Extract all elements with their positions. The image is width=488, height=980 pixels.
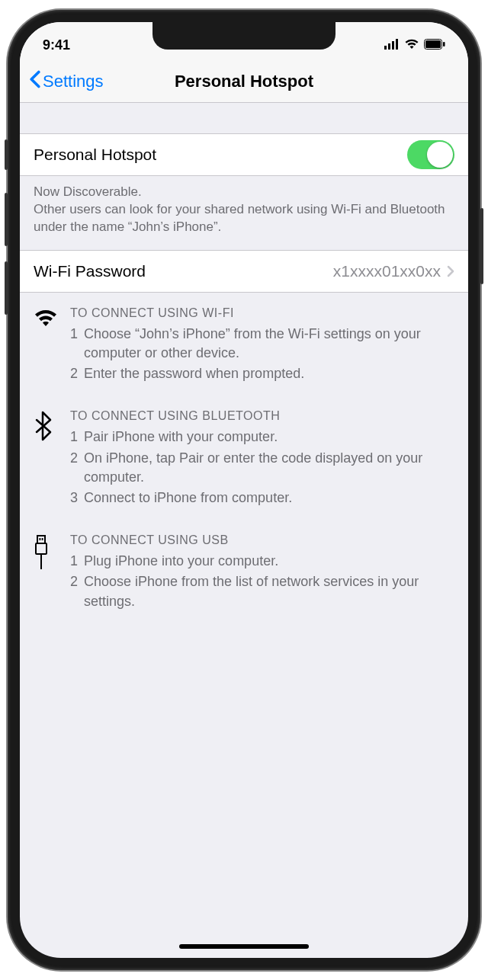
instruction-step: 2Choose iPhone from the list of network … [70,572,454,610]
svg-rect-7 [37,536,45,543]
bluetooth-instructions-title: TO CONNECT USING BLUETOOTH [70,409,454,423]
instruction-step: 1Pair iPhone with your computer. [70,428,454,447]
svg-rect-5 [425,40,441,48]
status-time: 9:41 [43,30,119,53]
bluetooth-instructions: TO CONNECT USING BLUETOOTH 1Pair iPhone … [20,396,468,520]
wifi-password-row[interactable]: Wi-Fi Password x1xxxx01xx0xx [20,250,468,293]
instruction-step: 2On iPhone, tap Pair or enter the code d… [70,449,454,487]
hotspot-toggle-row[interactable]: Personal Hotspot [20,133,468,176]
volume-down-button [5,261,8,315]
footer-line1: Now Discoverable. [34,184,454,201]
svg-rect-8 [40,538,41,540]
hotspot-toggle-switch[interactable] [407,140,454,169]
navigation-bar: Settings Personal Hotspot [20,60,468,103]
content-area: Personal Hotspot Now Discoverable. Other… [20,103,468,623]
instruction-step: 1Choose “John’s iPhone” from the Wi-Fi s… [70,325,454,363]
device-notch [152,22,336,50]
section-spacer [20,103,468,133]
instruction-step: 1Plug iPhone into your computer. [70,552,454,571]
instruction-step: 2Enter the password when prompted. [70,364,454,383]
usb-icon [34,533,70,613]
wifi-password-label: Wi-Fi Password [34,262,333,280]
wifi-instructions-body: TO CONNECT USING WI-FI 1Choose “John’s i… [70,306,454,386]
wifi-icon [34,306,70,386]
usb-instructions-title: TO CONNECT USING USB [70,533,454,547]
wifi-password-value: x1xxxx01xx0xx [333,262,441,280]
instruction-step: 3Connect to iPhone from computer. [70,488,454,508]
svg-rect-3 [396,39,398,50]
back-button[interactable]: Settings [20,70,104,93]
usb-instructions: TO CONNECT USING USB 1Plug iPhone into y… [20,520,468,623]
power-button [480,208,483,284]
footer-line2: Other users can look for your shared net… [34,201,454,236]
back-label: Settings [43,72,104,91]
svg-rect-0 [384,46,387,50]
mute-switch [5,139,8,170]
wifi-instructions-title: TO CONNECT USING WI-FI [70,306,454,320]
hotspot-footer: Now Discoverable. Other users can look f… [20,176,468,250]
svg-rect-9 [42,538,43,540]
usb-instructions-body: TO CONNECT USING USB 1Plug iPhone into y… [70,533,454,613]
svg-rect-6 [443,42,445,46]
cellular-signal-icon [384,37,400,53]
hotspot-toggle-label: Personal Hotspot [34,146,407,164]
bluetooth-instructions-body: TO CONNECT USING BLUETOOTH 1Pair iPhone … [70,409,454,509]
svg-rect-1 [388,43,390,50]
svg-rect-2 [392,41,394,50]
chevron-right-icon [447,265,454,277]
chevron-left-icon [29,70,43,93]
volume-up-button [5,193,8,246]
svg-rect-10 [36,543,47,554]
switch-knob [427,142,453,168]
screen: 9:41 Settings Personal Hotspot [20,22,468,958]
bluetooth-icon [34,409,70,509]
status-icons [369,30,445,53]
wifi-instructions: TO CONNECT USING WI-FI 1Choose “John’s i… [20,293,468,396]
battery-icon [424,37,445,53]
wifi-icon [404,37,419,53]
phone-frame: 9:41 Settings Personal Hotspot [8,10,480,970]
home-indicator[interactable] [179,944,309,949]
